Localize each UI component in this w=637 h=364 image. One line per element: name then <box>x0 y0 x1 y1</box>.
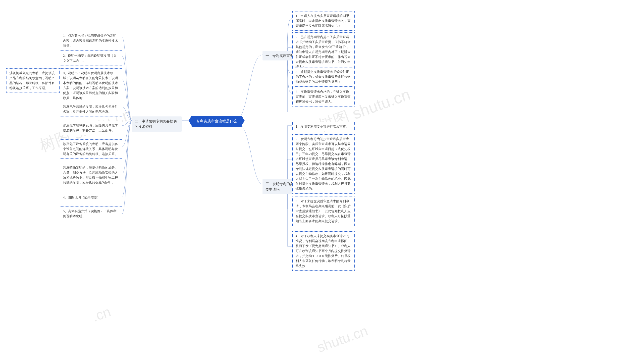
leaf-text: 1、权利要求书：说明要求保护的发明内容，该内容是指该发明的实质性技术特征。 <box>63 34 118 48</box>
leaf-b3-2[interactable]: 2、发明专利分为初步审查和实质审查两个阶段。实质审查请求可以与申请同时提交，也可… <box>292 134 354 194</box>
leaf-text: 1、申请人在提出实质审查请求的期限届满时，尚未提出实质审查请求的，审查员应当发出… <box>296 14 350 28</box>
leaf-text: 涉及化学领域的发明，应提供具体化学物质的名称，制备方法、工艺条件。 <box>63 124 118 132</box>
branch-2-label: 二、申请发明专利需要提供的技术资料 <box>135 119 177 129</box>
leaf-text: 2、说明书摘要：概括说明该发明（３００字以内）。 <box>63 54 116 62</box>
leaf-text: 1、发明专利需要单独进行实质审查。 <box>296 125 349 128</box>
leaf-text: 5、具体实施方式（实施例）：具体举例说明本发明。 <box>63 210 116 218</box>
leaf-text: 2、发明专利分为初步审查和实质审查两个阶段。实质审查请求可以与申请同时提交，也可… <box>296 137 350 190</box>
leaf-text: 4、附图说明（如果需要） <box>63 196 100 199</box>
leaf-text: 涉及机械领域的发明，应提供该产品专利的结构示意图，说明产品的结构、形状特征，各部… <box>10 72 55 90</box>
leaf-text: 3、逾期提交实质审查请求书或经补正仍不合格的，或者实质审查费逾期未缴纳或未缴足的… <box>296 70 350 84</box>
leaf-b3-1[interactable]: 1、发明专利需要单独进行实质审查。 <box>292 122 354 131</box>
leaf-text: 4、实质审查请求合格的，在进入实质审查前，审查员应当发出进入实质审查程序通知书，… <box>296 90 350 104</box>
leaf-text: 3、说明书：说明本发明所属技术领域；说明与发明有关的背景技术；说明本发明的目的；… <box>63 72 118 100</box>
watermark: shutu.cn <box>315 322 370 356</box>
leaf-b1-1[interactable]: 1、申请人在提出实质审查请求的期限届满时，尚未提出实质审查请求的，审查员应当发出… <box>292 11 354 30</box>
watermark: .cn <box>90 303 113 325</box>
leaf-text: 涉及电学领域的发明，应提供各元器件名称，及元器件之间的电气关系。 <box>63 105 118 114</box>
leaf-b3-4[interactable]: 4、对于权利人未提交实质审查请求的情况，专利局会视为该专利申请撤回，从而下发《视… <box>292 232 354 271</box>
leaf-text: 涉及药物发明的，应提供药物的成分、含量、制备方法、临床或动物实验的方法和试验数据… <box>63 166 118 184</box>
leaf-text: 3、对于未提交实质审查请求的专利申请，专利局会在期限届满前下发《实质审查届满通知… <box>296 200 350 223</box>
leaf-b2-3b[interactable]: 涉及电学领域的发明，应提供各元器件名称，及元器件之间的电气关系。 <box>60 102 122 116</box>
leaf-b1-2[interactable]: 2、已在规定期限内提出了实质审查请求书并缴纳了实质审查费，但仍不符合其他规定的，… <box>292 32 354 72</box>
leaf-text: 4、对于权利人未提交实质审查请求的情况，专利局会视为该专利申请撤回，从而下发《视… <box>296 234 350 268</box>
leaf-b2-4[interactable]: 4、附图说明（如果需要） <box>60 193 122 202</box>
root-node[interactable]: 专利实质审查流程是什么 <box>192 116 242 127</box>
leaf-b2-3d[interactable]: 涉及化工设备系统的发明，应当提供各个设备之间的连接关系，具体说明与发明有关的设备… <box>60 139 122 159</box>
leaf-b1-4[interactable]: 4、实质审查请求合格的，在进入实质审查前，审查员应当发出进入实质审查程序通知书，… <box>292 87 354 106</box>
leaf-text: 2、已在规定期限内提出了实质审查请求书并缴纳了实质审查费，但仍不符合其他规定的，… <box>296 35 350 69</box>
leaf-b3-3[interactable]: 3、对于未提交实质审查请求的专利申请，专利局会在期限届满前下发《实质审查届满通知… <box>292 196 354 226</box>
leaf-b1-3[interactable]: 3、逾期提交实质审查请求书或经补正仍不合格的，或者实质审查费逾期未缴纳或未缴足的… <box>292 67 354 86</box>
leaf-b2-3c[interactable]: 涉及化学领域的发明，应提供具体化学物质的名称，制备方法、工艺条件。 <box>60 121 122 135</box>
root-label: 专利实质审查流程是什么 <box>196 119 237 123</box>
leaf-b2-3[interactable]: 3、说明书：说明本发明所属技术领域；说明与发明有关的背景技术；说明本发明的目的；… <box>60 68 122 103</box>
leaf-b2-3e[interactable]: 涉及药物发明的，应提供药物的成分、含量、制备方法、临床或动物实验的方法和试验数据… <box>60 163 122 187</box>
leaf-b2-1[interactable]: 1、权利要求书：说明要求保护的发明内容，该内容是指该发明的实质性技术特征。 <box>60 31 122 50</box>
leaf-b2-3a[interactable]: 涉及机械领域的发明，应提供该产品专利的结构示意图，说明产品的结构、形状特征，各部… <box>6 68 60 93</box>
leaf-b2-2[interactable]: 2、说明书摘要：概括说明该发明（３００字以内）。 <box>60 51 122 66</box>
leaf-text: 涉及化工设备系统的发明，应当提供各个设备之间的连接关系，具体说明与发明有关的设备… <box>63 142 118 156</box>
leaf-b2-5[interactable]: 5、具体实施方式（实施例）：具体举例说明本发明。 <box>60 206 122 221</box>
branch-2[interactable]: 二、申请发明专利需要提供的技术资料 <box>132 116 182 132</box>
